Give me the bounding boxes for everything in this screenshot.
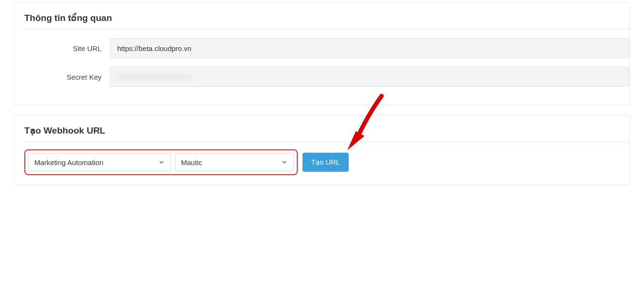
secret-key-value[interactable]: ••••••••••••••••••••••••••• — [110, 67, 629, 87]
create-url-button[interactable]: Tạo URL — [302, 153, 349, 172]
secret-key-row: Secret Key ••••••••••••••••••••••••••• — [24, 67, 629, 87]
webhook-controls: Marketing Automation Mautic Tạo URL — [24, 149, 629, 175]
site-url-label: Site URL — [24, 44, 110, 52]
webhook-title: Tạo Webhook URL — [24, 125, 629, 142]
overview-title: Thông tin tổng quan — [24, 12, 629, 30]
secret-key-label: Secret Key — [24, 73, 110, 81]
webhook-provider-value: Mautic — [181, 158, 202, 167]
site-url-value[interactable]: https://beta.cloudpro.vn — [110, 38, 629, 58]
webhook-category-select[interactable]: Marketing Automation — [28, 153, 171, 171]
site-url-row: Site URL https://beta.cloudpro.vn — [24, 38, 629, 58]
select-highlight-box: Marketing Automation Mautic — [24, 149, 298, 175]
chevron-down-icon — [158, 159, 165, 166]
overview-panel: Thông tin tổng quan Site URL https://bet… — [14, 2, 630, 105]
webhook-panel: Tạo Webhook URL Marketing Automation Mau… — [14, 115, 630, 185]
webhook-provider-select[interactable]: Mautic — [175, 153, 294, 171]
webhook-category-value: Marketing Automation — [34, 158, 103, 167]
chevron-down-icon — [281, 159, 288, 166]
secret-key-masked: ••••••••••••••••••••••••••• — [117, 73, 191, 81]
